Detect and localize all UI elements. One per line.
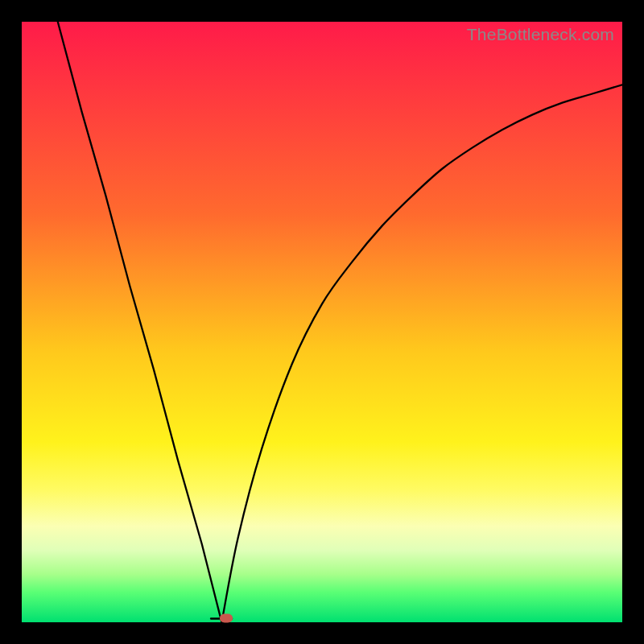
bottleneck-marker: [220, 613, 233, 622]
chart-curve: [22, 22, 622, 622]
curve-left: [58, 22, 222, 622]
watermark-text: TheBottleneck.com: [467, 25, 614, 44]
chart-frame: TheBottleneck.com: [0, 0, 644, 644]
curve-right: [221, 85, 622, 622]
plot-area: TheBottleneck.com: [22, 22, 622, 622]
